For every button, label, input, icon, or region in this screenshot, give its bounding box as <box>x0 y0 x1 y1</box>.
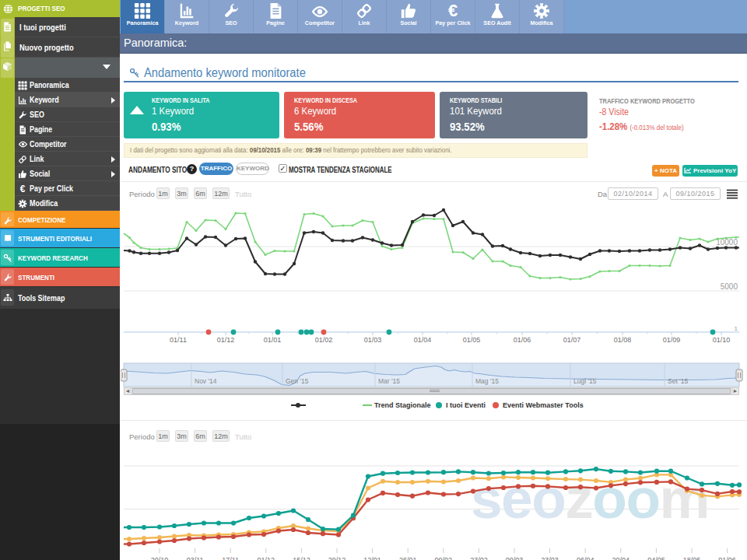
svg-text:01/10: 01/10 <box>713 336 731 344</box>
svg-text:10000: 10000 <box>716 238 738 247</box>
svg-text:23/02: 23/02 <box>470 556 488 560</box>
svg-text:Lugl '15: Lugl '15 <box>573 377 597 385</box>
svg-text:01/12: 01/12 <box>217 336 235 344</box>
svg-text:29/12: 29/12 <box>328 556 346 560</box>
svg-text:1: 1 <box>735 325 738 332</box>
svg-text:5000: 5000 <box>721 282 738 291</box>
svg-text:17/11: 17/11 <box>222 556 239 560</box>
svg-text:03/11: 03/11 <box>187 556 204 560</box>
svg-text:26/01: 26/01 <box>399 556 417 560</box>
svg-text:01/03: 01/03 <box>364 336 382 344</box>
svg-text:01/07: 01/07 <box>563 336 581 344</box>
svg-text:01/04: 01/04 <box>414 336 432 344</box>
svg-text:01/12: 01/12 <box>258 556 275 560</box>
svg-text:01/05: 01/05 <box>463 336 481 344</box>
svg-text:09/02: 09/02 <box>435 556 453 560</box>
svg-text:04/05: 04/05 <box>647 556 665 560</box>
svg-text:€: € <box>448 2 458 19</box>
svg-text:Mag '15: Mag '15 <box>475 377 499 385</box>
svg-text:01/08: 01/08 <box>614 336 632 344</box>
svg-text:01/06: 01/06 <box>718 556 736 560</box>
svg-text:€: € <box>20 184 26 194</box>
svg-text:20/04: 20/04 <box>612 556 630 560</box>
svg-text:01/01: 01/01 <box>264 336 282 344</box>
svg-text:01/02: 01/02 <box>315 336 333 344</box>
svg-text:01/06: 01/06 <box>514 336 531 344</box>
svg-text:12/01: 12/01 <box>363 556 381 560</box>
svg-text:15/12: 15/12 <box>293 556 310 560</box>
svg-text:18/05: 18/05 <box>683 556 701 560</box>
svg-text:01/11: 01/11 <box>170 336 187 344</box>
svg-text:Gen '15: Gen '15 <box>286 377 309 385</box>
svg-text:09/03: 09/03 <box>506 556 524 560</box>
svg-text:Mar '15: Mar '15 <box>378 377 400 385</box>
svg-text:23/03: 23/03 <box>541 556 559 560</box>
svg-text:20/10: 20/10 <box>151 556 169 560</box>
svg-text:Nov '14: Nov '14 <box>195 377 217 385</box>
svg-text:06/04: 06/04 <box>577 556 594 560</box>
svg-text:Set '15: Set '15 <box>668 377 688 385</box>
svg-text:01/09: 01/09 <box>663 336 681 344</box>
